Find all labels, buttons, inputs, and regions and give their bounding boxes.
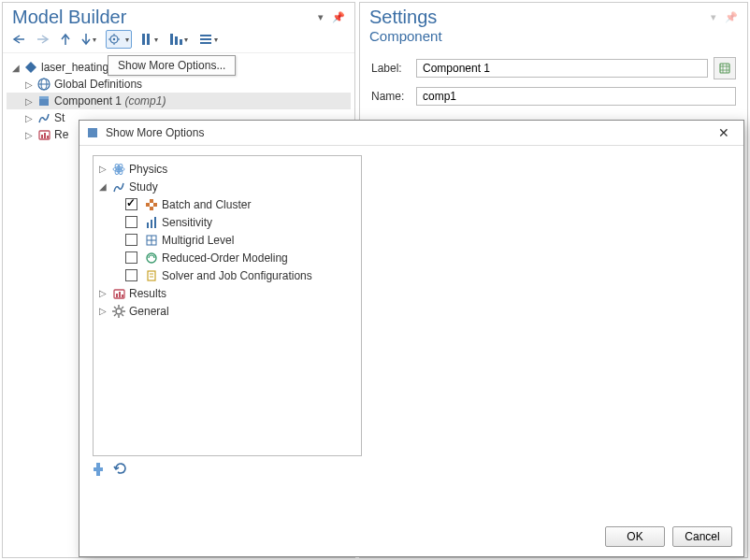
show-more-options-dialog: Show More Options ✕ ▷ Physics ◢ Study [79,120,744,557]
results-icon [111,286,126,301]
label-caption: Label: [371,62,416,75]
gear-icon [111,304,126,319]
dropdown-icon[interactable]: ▾ [318,11,324,22]
svg-rect-23 [39,96,49,99]
reset-button[interactable] [113,462,128,480]
pin-icon[interactable]: 📌 [332,11,345,22]
expander-icon[interactable]: ▷ [97,306,108,316]
expander-icon[interactable]: ▷ [23,96,34,107]
expander-icon[interactable]: ◢ [10,63,21,73]
option-label: General [129,305,169,318]
label-link-button[interactable] [714,57,736,79]
svg-rect-40 [154,217,156,228]
options-solver[interactable]: Solver and Job Configurations [95,266,359,284]
cluster-icon [144,197,159,212]
options-batch[interactable]: Batch and Cluster [95,195,359,213]
tree-label: Component 1 (comp1) [54,94,166,108]
label-input[interactable] [416,59,708,78]
model-builder-toolbar [3,28,354,53]
options-sensitivity[interactable]: Sensitivity [95,213,359,231]
tree-label: Global Definitions [54,78,142,91]
expander-icon[interactable]: ▷ [97,164,108,174]
svg-rect-62 [94,467,103,471]
collapse-button[interactable] [139,31,160,48]
svg-rect-29 [88,128,97,137]
svg-point-52 [116,309,122,314]
tree-root-label: laser_heating [41,61,108,74]
svg-rect-27 [47,136,49,138]
expander-icon[interactable]: ◢ [97,181,108,192]
svg-line-59 [122,307,123,309]
checkbox[interactable] [125,234,137,246]
options-general[interactable]: ▷ General [95,302,359,320]
svg-rect-25 [41,135,43,138]
dialog-title: Show More Options [106,126,710,139]
checkbox[interactable] [125,251,137,264]
svg-rect-49 [116,294,118,297]
expander-icon[interactable]: ▷ [23,79,34,90]
pin-icon[interactable]: 📌 [725,11,738,22]
svg-rect-37 [150,207,153,210]
options-physics[interactable]: ▷ Physics [95,160,359,178]
options-rom[interactable]: Reduced-Order Modeling [95,249,359,266]
svg-rect-28 [720,64,729,73]
svg-marker-18 [25,62,36,73]
expand-all-button[interactable] [93,462,104,480]
expander-icon[interactable]: ▷ [23,130,34,140]
nav-back-button[interactable] [10,33,27,46]
dialog-icon [85,125,100,140]
tree-component[interactable]: ▷ Component 1 (comp1) [7,93,351,109]
component-icon [36,93,51,108]
expand-button[interactable] [167,31,190,48]
option-label: Reduced-Order Modeling [162,251,288,265]
checkbox[interactable] [125,216,137,228]
list-button[interactable] [197,32,220,47]
close-button[interactable]: ✕ [710,125,738,140]
option-label: Physics [129,163,167,176]
svg-rect-36 [150,199,153,203]
show-more-options-button[interactable] [106,30,132,49]
svg-rect-51 [122,294,123,297]
svg-rect-10 [142,34,145,45]
svg-rect-39 [151,220,152,228]
name-input[interactable] [416,87,736,106]
svg-line-58 [122,314,123,316]
option-label: Solver and Job Configurations [162,269,312,282]
expander-icon[interactable]: ▷ [23,113,34,123]
svg-point-30 [117,167,121,171]
tree-global-definitions[interactable]: ▷ Global Definitions [7,76,351,93]
svg-rect-13 [175,36,178,45]
checkbox[interactable] [125,269,137,281]
svg-rect-45 [148,271,155,280]
study-icon [111,179,126,194]
svg-point-5 [113,38,115,40]
nav-down-button[interactable] [79,32,98,47]
name-caption: Name: [371,90,416,103]
svg-rect-38 [147,223,149,228]
nav-up-button[interactable] [59,32,72,47]
tree-label: Re [54,128,68,141]
options-results[interactable]: ▷ Results [95,284,359,302]
options-study[interactable]: ◢ Study [95,178,359,195]
checkbox[interactable] [125,198,137,210]
tree-label: St [54,111,65,124]
settings-title: Settings [369,7,437,28]
dropdown-icon[interactable]: ▾ [711,11,716,22]
option-label: Study [129,180,158,194]
physics-icon [111,162,126,177]
model-root-icon [23,60,38,75]
svg-rect-34 [146,203,150,207]
svg-line-60 [114,314,116,316]
sensitivity-icon [144,215,159,230]
nav-forward-button[interactable] [35,33,51,46]
options-tree: ▷ Physics ◢ Study Batch and Cluster [93,155,362,456]
options-multigrid[interactable]: Multigrid Level [95,231,359,249]
show-more-options-tooltip: Show More Options... [108,55,236,76]
rom-icon [144,251,159,266]
ok-button[interactable]: OK [605,526,665,547]
cancel-button[interactable]: Cancel [672,526,732,547]
svg-rect-12 [170,34,173,45]
option-label: Sensitivity [162,216,212,229]
expander-icon[interactable]: ▷ [97,288,108,298]
settings-subtitle: Component [360,28,747,50]
